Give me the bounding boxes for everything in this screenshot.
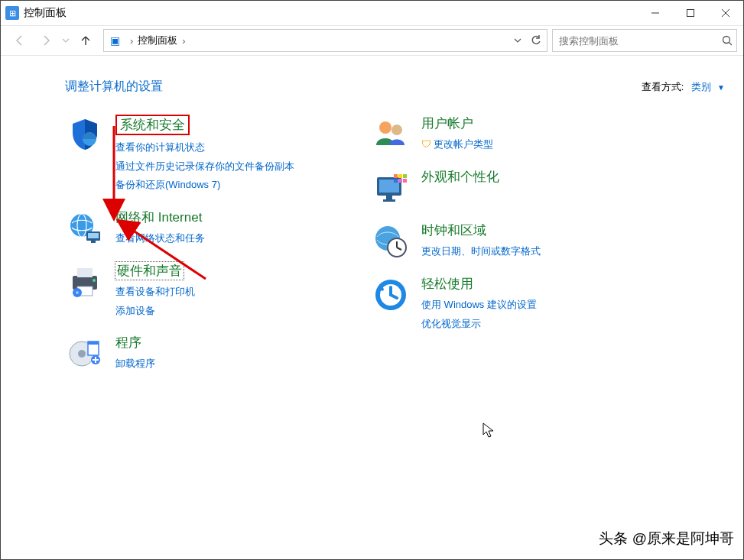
minimize-icon (651, 9, 659, 17)
sub-link[interactable]: 🛡更改帐户类型 (421, 135, 493, 154)
printer-icon (65, 262, 105, 302)
control-panel-small-icon: ▣ (107, 33, 122, 48)
window-title: 控制面板 (24, 6, 67, 20)
up-icon (80, 34, 92, 47)
category-title[interactable]: 时钟和区域 (421, 222, 486, 239)
sub-link[interactable]: 更改日期、时间或数字格式 (421, 242, 541, 261)
programs-icon (65, 334, 105, 374)
svg-line-5 (729, 43, 733, 46)
sub-link[interactable]: 查看你的计算机状态 (115, 138, 294, 157)
breadcrumb-root[interactable]: 控制面板 (138, 34, 177, 47)
breadcrumb-sep-icon: › (130, 35, 133, 47)
category-title[interactable]: 硬件和声音 (115, 262, 184, 280)
sub-link[interactable]: 卸载程序 (115, 354, 155, 374)
maximize-button[interactable] (673, 1, 708, 25)
svg-rect-29 (394, 174, 398, 178)
view-mode: 查看方式: 类别 ▼ (642, 80, 725, 94)
back-button[interactable] (8, 29, 31, 52)
user-accounts-icon (371, 115, 411, 154)
watermark: 头条 @原来是阿坤哥 (599, 529, 734, 549)
svg-rect-32 (394, 179, 398, 183)
globe-network-icon (65, 209, 105, 248)
forward-button[interactable] (34, 29, 57, 52)
content-header: 调整计算机的设置 查看方式: 类别 ▼ (65, 79, 725, 95)
minimize-button[interactable] (638, 1, 673, 25)
maximize-icon (687, 9, 694, 17)
uac-shield-icon: 🛡 (421, 138, 431, 150)
sub-link[interactable]: 通过文件历史记录保存你的文件备份副本 (115, 157, 294, 176)
sub-link[interactable]: 优化视觉显示 (421, 315, 537, 334)
category-appearance: 外观和个性化 (371, 168, 631, 208)
category-programs: 程序 卸载程序 (65, 334, 325, 374)
category-title[interactable]: 网络和 Internet (115, 209, 202, 226)
category-column-right: 用户帐户 🛡更改帐户类型 外观和个性化 (371, 115, 631, 387)
sub-link[interactable]: 添加设备 (115, 302, 195, 321)
up-button[interactable] (74, 29, 97, 52)
view-mode-value: 类别 (691, 81, 711, 92)
forward-icon (40, 34, 52, 47)
control-panel-icon: ⊞ (5, 6, 19, 20)
ease-of-access-icon (371, 275, 411, 315)
category-user-accounts: 用户帐户 🛡更改帐户类型 (371, 115, 631, 154)
svg-point-23 (379, 121, 391, 134)
svg-rect-33 (398, 179, 402, 183)
close-button[interactable] (708, 1, 743, 25)
svg-point-15 (93, 279, 96, 282)
mouse-cursor-icon (482, 422, 496, 439)
svg-point-24 (391, 125, 402, 135)
appearance-icon (371, 168, 411, 208)
category-column-left: 系统和安全 查看你的计算机状态 通过文件历史记录保存你的文件备份副本 备份和还原… (65, 115, 325, 387)
sub-link[interactable]: 查看设备和打印机 (115, 283, 195, 302)
titlebar: ⊞ 控制面板 (1, 1, 743, 26)
category-network: 网络和 Internet 查看网络状态和任务 (65, 209, 325, 248)
category-ease-of-access: 轻松使用 使用 Windows 建议的设置 优化视觉显示 (371, 275, 631, 333)
svg-rect-27 (386, 196, 392, 199)
category-title[interactable]: 用户帐户 (421, 115, 473, 132)
svg-rect-13 (77, 268, 93, 277)
svg-rect-28 (383, 199, 395, 202)
clock-region-icon (371, 222, 411, 261)
breadcrumb-sep-icon: › (182, 35, 185, 47)
category-clock-region: 时钟和区域 更改日期、时间或数字格式 (371, 222, 631, 261)
category-title[interactable]: 轻松使用 (421, 275, 473, 293)
category-title[interactable]: 系统和安全 (115, 115, 190, 135)
recent-dropdown[interactable] (60, 29, 71, 52)
svg-rect-34 (403, 179, 407, 183)
page-title: 调整计算机的设置 (65, 79, 163, 95)
refresh-icon (531, 35, 541, 46)
sub-link[interactable]: 使用 Windows 建议的设置 (421, 296, 537, 315)
navbar: ▣ › 控制面板 › (1, 26, 743, 56)
svg-point-4 (723, 37, 730, 44)
category-title[interactable]: 外观和个性化 (421, 168, 499, 186)
close-icon (722, 9, 729, 17)
content: 调整计算机的设置 查看方式: 类别 ▼ 系统和安全 查看你的计算机状态 (1, 56, 743, 395)
search-input[interactable] (553, 35, 718, 47)
svg-rect-11 (91, 241, 96, 243)
category-title[interactable]: 程序 (115, 334, 141, 351)
svg-rect-21 (88, 342, 99, 345)
svg-rect-10 (88, 233, 99, 238)
window: ⊞ 控制面板 ▣ › 控制面板 › (0, 0, 744, 560)
svg-rect-31 (403, 174, 407, 178)
view-mode-select[interactable]: 类别 ▼ (691, 80, 725, 94)
view-mode-label: 查看方式: (642, 80, 684, 94)
sub-link[interactable]: 查看网络状态和任务 (115, 229, 205, 248)
address-bar[interactable]: ▣ › 控制面板 › (103, 29, 547, 52)
address-dropdown[interactable] (510, 33, 525, 48)
category-system-security: 系统和安全 查看你的计算机状态 通过文件历史记录保存你的文件备份副本 备份和还原… (65, 115, 325, 195)
chevron-down-icon (514, 37, 521, 44)
svg-rect-30 (398, 174, 402, 178)
chevron-down-icon (62, 37, 70, 44)
category-hardware-sound: 硬件和声音 查看设备和打印机 添加设备 (65, 262, 325, 320)
svg-rect-1 (687, 10, 694, 17)
back-icon (14, 34, 26, 47)
search-icon[interactable] (718, 35, 736, 46)
dropdown-caret-icon: ▼ (717, 83, 725, 92)
svg-point-19 (78, 350, 86, 358)
refresh-button[interactable] (528, 33, 544, 48)
svg-point-17 (76, 291, 79, 294)
shield-icon (65, 115, 105, 154)
search-box[interactable] (552, 29, 737, 52)
sub-link[interactable]: 备份和还原(Windows 7) (115, 176, 294, 195)
